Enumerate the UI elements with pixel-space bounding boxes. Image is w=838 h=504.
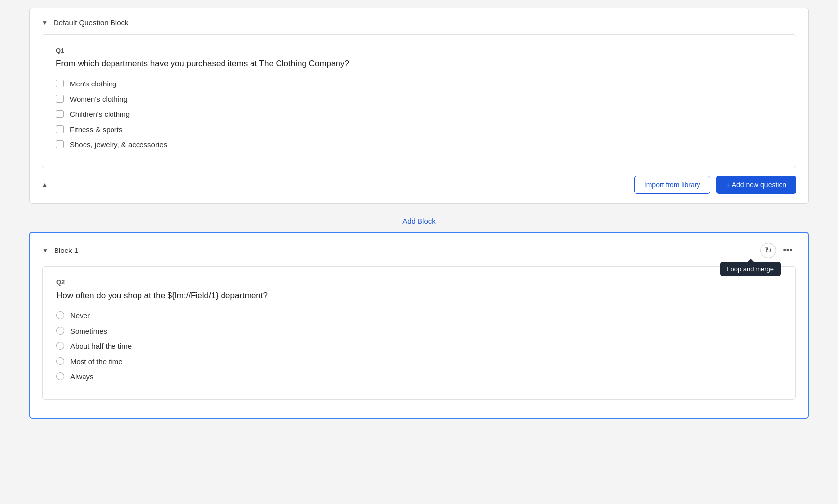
option-always[interactable]: Always	[56, 372, 782, 381]
option-label-never: Never	[70, 311, 90, 320]
block1-footer: ▲ Import from library + Add new question	[42, 176, 796, 194]
add-block-link[interactable]: Add Block	[402, 217, 436, 225]
block1-title: Default Question Block	[54, 18, 796, 27]
option-label-childrens: Children's clothing	[70, 110, 130, 118]
checkbox-mens[interactable]	[56, 80, 64, 87]
more-icon: •••	[783, 245, 793, 255]
block2-title: Block 1	[54, 246, 760, 254]
option-label-always: Always	[70, 372, 94, 381]
question1-text: From which departments have you purchase…	[56, 58, 782, 70]
option-label-about-half: About half the time	[70, 342, 132, 350]
option-label-fitness: Fitness & sports	[70, 125, 123, 134]
question1-label: Q1	[56, 47, 782, 54]
add-new-question-button[interactable]: + Add new question	[716, 176, 796, 194]
radio-sometimes[interactable]	[56, 327, 64, 335]
add-block-row: Add Block	[29, 210, 809, 232]
block1-footer-buttons: Import from library + Add new question	[634, 176, 796, 194]
question2-card: Q2 How often do you shop at the ${lm://F…	[42, 266, 796, 400]
default-question-block: ▼ Default Question Block Q1 From which d…	[29, 8, 809, 204]
radio-always[interactable]	[56, 372, 64, 380]
page-wrapper: ▼ Default Question Block Q1 From which d…	[0, 0, 838, 432]
option-most-of-time[interactable]: Most of the time	[56, 357, 782, 365]
question1-card: Q1 From which departments have you purch…	[42, 34, 796, 168]
radio-about-half[interactable]	[56, 342, 64, 350]
import-from-library-button[interactable]: Import from library	[634, 176, 711, 194]
option-label-womens: Women's clothing	[70, 95, 128, 103]
block2-more-options-button[interactable]: •••	[780, 243, 796, 258]
loop-and-merge-tooltip: Loop and merge	[720, 262, 781, 276]
block2-outer: ▼ Block 1 ↻ Loop and merge ••• Q2 How of…	[29, 232, 809, 419]
option-fitness-sports[interactable]: Fitness & sports	[56, 125, 782, 134]
checkbox-womens[interactable]	[56, 95, 64, 103]
option-about-half[interactable]: About half the time	[56, 342, 782, 350]
loop-icon: ↻	[765, 245, 772, 255]
option-shoes-jewelry[interactable]: Shoes, jewelry, & accessories	[56, 140, 782, 149]
block2-collapse-chevron[interactable]: ▼	[42, 247, 48, 254]
option-childrens-clothing[interactable]: Children's clothing	[56, 110, 782, 118]
block2-header: ▼ Block 1 ↻ Loop and merge •••	[42, 243, 796, 258]
radio-most-of-time[interactable]	[56, 357, 64, 365]
block1-expand-chevron[interactable]: ▲	[42, 181, 48, 188]
option-label-shoes: Shoes, jewelry, & accessories	[70, 140, 167, 149]
question2-label: Q2	[56, 279, 782, 286]
block1-collapse-chevron[interactable]: ▼	[42, 19, 48, 26]
option-label-mens: Men's clothing	[70, 80, 116, 88]
checkbox-fitness[interactable]	[56, 125, 64, 133]
option-sometimes[interactable]: Sometimes	[56, 327, 782, 335]
question2-text: How often do you shop at the ${lm://Fiel…	[56, 290, 782, 302]
radio-never[interactable]	[56, 311, 64, 319]
option-mens-clothing[interactable]: Men's clothing	[56, 80, 782, 88]
option-label-most-of-time: Most of the time	[70, 357, 123, 365]
option-never[interactable]: Never	[56, 311, 782, 320]
checkbox-childrens[interactable]	[56, 110, 64, 118]
checkbox-shoes[interactable]	[56, 140, 64, 148]
option-label-sometimes: Sometimes	[70, 327, 107, 335]
option-womens-clothing[interactable]: Women's clothing	[56, 95, 782, 103]
loop-and-merge-button[interactable]: ↻ Loop and merge	[760, 243, 776, 258]
block2-actions: ↻ Loop and merge •••	[760, 243, 796, 258]
block1-header: ▼ Default Question Block	[42, 18, 796, 27]
